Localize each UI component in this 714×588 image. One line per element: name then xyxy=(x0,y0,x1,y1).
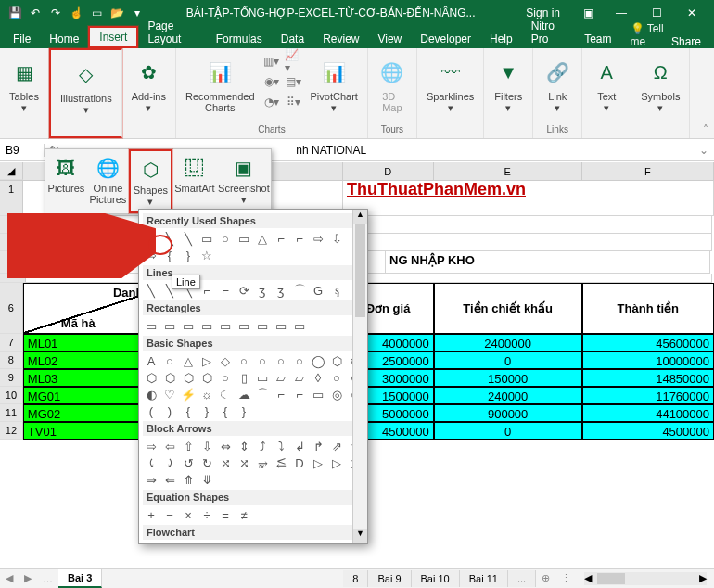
shapes-button[interactable]: ⬡Shapes▾ xyxy=(129,149,172,213)
filters-button[interactable]: ▼Filters▾ xyxy=(490,52,527,116)
shape-item[interactable]: ⬡ xyxy=(198,370,215,385)
row-8[interactable]: 8 xyxy=(0,352,23,369)
shape-item[interactable]: ⤊ xyxy=(180,472,197,487)
shape-item[interactable]: ⥶ xyxy=(273,455,289,470)
tab-team[interactable]: Team xyxy=(575,30,620,48)
shape-item[interactable]: ▭ xyxy=(236,318,252,333)
redo-icon[interactable]: ↷ xyxy=(46,4,65,22)
shape-item[interactable]: G xyxy=(310,283,326,298)
shape-item[interactable]: ▭ xyxy=(291,318,308,333)
shape-item[interactable]: ◎ xyxy=(328,387,345,402)
tables-button[interactable]: ▦Tables▾ xyxy=(6,52,43,116)
shape-item[interactable]: ▭ xyxy=(180,318,197,333)
shape-item[interactable]: ⇕ xyxy=(236,439,252,454)
shape-item[interactable]: ⇨ xyxy=(310,231,326,246)
shape-item[interactable]: ⤋ xyxy=(198,472,215,487)
scatter-chart-icon[interactable]: ⠿▾ xyxy=(285,93,303,111)
shape-item[interactable]: ⤭ xyxy=(217,455,234,470)
sparklines-button[interactable]: 〰Sparklines▾ xyxy=(423,52,478,116)
shape-item[interactable]: ⬡ xyxy=(328,353,345,368)
shape-item[interactable]: ↺ xyxy=(180,455,197,470)
shape-item[interactable]: ⇩ xyxy=(328,231,345,246)
scroll-thumb[interactable] xyxy=(355,224,365,317)
shape-item[interactable]: ☼ xyxy=(198,387,215,402)
shape-item[interactable]: ⇩ xyxy=(198,439,215,454)
screenshot-button[interactable]: ▣Screenshot▾ xyxy=(217,149,271,213)
table-cell[interactable]: 0 xyxy=(434,422,582,440)
shape-item[interactable]: ↲ xyxy=(291,439,308,454)
shape-item[interactable]: ⌒ xyxy=(291,283,308,298)
pictures-button[interactable]: 🖼Pictures xyxy=(45,149,87,213)
tab-data[interactable]: Data xyxy=(272,30,313,48)
shape-item[interactable]: = xyxy=(217,507,234,522)
sheet-bai9[interactable]: Bai 9 xyxy=(368,570,411,587)
line-chart-icon[interactable]: 📈▾ xyxy=(285,52,303,70)
shape-item[interactable]: ) xyxy=(161,403,178,418)
shape-item[interactable]: ☁ xyxy=(236,387,252,402)
expand-fx-icon[interactable]: ⌄ xyxy=(694,144,714,157)
shape-item[interactable]: D xyxy=(291,455,308,470)
row-12[interactable]: 12 xyxy=(0,422,23,440)
illustrations-button[interactable]: ◇Illustrations▾ xyxy=(57,54,116,118)
shape-item[interactable]: ◇ xyxy=(217,353,234,368)
shape-item[interactable]: ⌐ xyxy=(273,231,289,246)
shape-item[interactable]: ╲ xyxy=(143,283,159,298)
shape-item[interactable]: ▱ xyxy=(273,370,289,385)
shape-item[interactable]: ( xyxy=(143,403,159,418)
table-cell[interactable]: 150000 xyxy=(434,369,582,387)
pivotchart-button[interactable]: 📊PivotChart▾ xyxy=(307,52,362,116)
col-F[interactable]: F xyxy=(582,162,714,180)
hier-chart-icon[interactable]: ▤▾ xyxy=(285,72,303,91)
shape-item[interactable]: { xyxy=(180,403,197,418)
shape-item[interactable]: ▭ xyxy=(143,318,159,333)
shape-item[interactable]: ○ xyxy=(273,353,289,368)
save-icon[interactable]: 💾 xyxy=(6,4,24,22)
row-11[interactable]: 11 xyxy=(0,404,23,422)
open-icon[interactable]: 📂 xyxy=(108,4,126,22)
tab-nav-prev-icon[interactable]: ◀ xyxy=(0,572,19,584)
close-icon[interactable]: ✕ xyxy=(675,0,708,26)
map-chart-icon[interactable]: ◉▾ xyxy=(262,72,281,91)
shape-item[interactable]: ◊ xyxy=(310,370,326,385)
shape-item[interactable]: ◯ xyxy=(310,353,326,368)
shape-item[interactable]: ○ xyxy=(161,353,178,368)
row-10[interactable]: 10 xyxy=(0,387,23,404)
row-9[interactable]: 9 xyxy=(0,369,23,387)
new-icon[interactable]: ▭ xyxy=(87,4,106,22)
touch-icon[interactable]: ☝ xyxy=(67,4,85,22)
col-E[interactable]: E xyxy=(434,162,582,180)
shape-item[interactable]: ʒ xyxy=(273,283,289,298)
shape-item[interactable]: △ xyxy=(254,231,271,246)
shape-item[interactable]: ⤮ xyxy=(236,455,252,470)
shape-item[interactable]: ↻ xyxy=(198,455,215,470)
shape-item[interactable]: ⟳ xyxy=(236,283,252,298)
shape-item[interactable]: ⬡ xyxy=(143,370,159,385)
symbols-button[interactable]: ΩSymbols▾ xyxy=(637,52,683,116)
shape-item[interactable]: ▭ xyxy=(254,370,271,385)
shape-item[interactable]: ⬡ xyxy=(161,370,178,385)
table-cell[interactable]: 900000 xyxy=(434,404,582,422)
tab-developer[interactable]: Developer xyxy=(411,30,480,48)
shapes-scrollbar[interactable]: ▲ ▼ xyxy=(352,210,367,543)
shape-item[interactable]: ⌒ xyxy=(254,387,271,402)
shape-item[interactable]: ⇧ xyxy=(180,439,197,454)
shape-item[interactable]: ⌐ xyxy=(198,283,215,298)
shape-item[interactable]: ʒ xyxy=(254,283,271,298)
shape-item[interactable]: ⌐ xyxy=(273,387,289,402)
recommended-charts-button[interactable]: 📊Recommended Charts xyxy=(182,52,259,115)
shape-item[interactable]: ⤹ xyxy=(143,455,159,470)
shape-item[interactable]: ⇛ xyxy=(143,472,159,487)
pie-chart-icon[interactable]: ◔▾ xyxy=(262,93,281,111)
smartart-button[interactable]: ⿶SmartArt xyxy=(172,149,217,213)
col-D[interactable]: D xyxy=(343,162,434,180)
tab-file[interactable]: File xyxy=(4,30,40,48)
shape-item[interactable]: ≠ xyxy=(236,507,252,522)
shape-item[interactable]: ▱ xyxy=(291,370,308,385)
shape-item[interactable]: ▭ xyxy=(254,318,271,333)
shape-item[interactable]: ▭ xyxy=(236,231,252,246)
3dmap-button[interactable]: 🌐3D Map xyxy=(374,52,411,115)
shape-item[interactable]: ▭ xyxy=(217,318,234,333)
tab-nav-next-icon[interactable]: ▶ xyxy=(19,572,37,584)
shape-item[interactable]: − xyxy=(161,507,178,522)
shape-item[interactable]: △ xyxy=(180,353,197,368)
